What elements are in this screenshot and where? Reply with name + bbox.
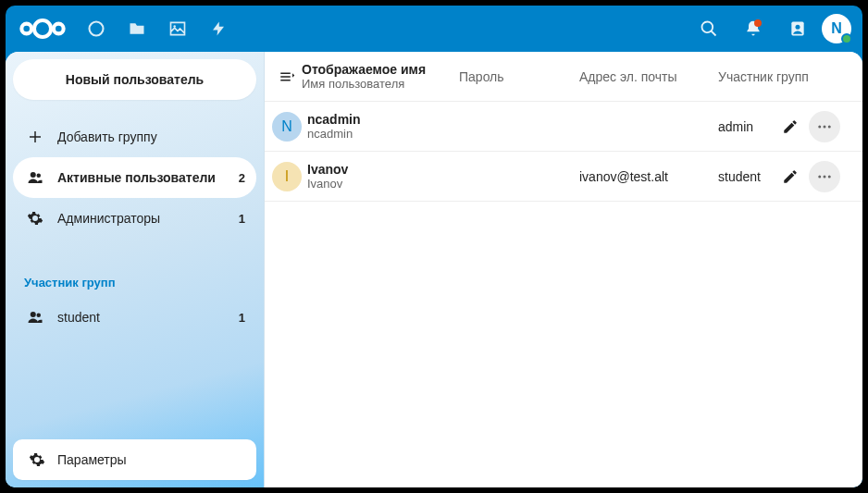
app-nav bbox=[76, 8, 239, 49]
col-head-username: Имя пользователя bbox=[302, 77, 459, 91]
notifications-icon[interactable] bbox=[733, 8, 774, 49]
gear-icon bbox=[24, 210, 46, 227]
more-button[interactable] bbox=[809, 111, 840, 142]
active-users-label: Активные пользователи bbox=[57, 170, 239, 185]
admins-label: Администраторы bbox=[57, 211, 239, 226]
sidebar-group-student[interactable]: student 1 bbox=[13, 297, 256, 338]
groups-heading: Участник групп bbox=[13, 265, 256, 297]
more-button[interactable] bbox=[809, 161, 840, 192]
main-panel: Отображаемое имя Имя пользователя Пароль… bbox=[265, 52, 862, 487]
svg-point-16 bbox=[818, 175, 821, 178]
table-row[interactable]: N ncadmin ncadmin admin bbox=[265, 102, 862, 152]
row-username: Ivanov bbox=[307, 177, 459, 191]
row-avatar: I bbox=[272, 162, 302, 191]
row-name-col: ncadmin ncadmin bbox=[302, 112, 459, 141]
new-user-button[interactable]: Новый пользователь bbox=[13, 59, 256, 100]
row-avatar-col: N bbox=[272, 112, 302, 142]
row-groups: student bbox=[718, 169, 766, 184]
row-displayname: ncadmin bbox=[307, 112, 459, 127]
svg-point-18 bbox=[828, 175, 831, 178]
avatar-initial: N bbox=[831, 20, 842, 37]
col-head-displayname: Отображаемое имя bbox=[302, 62, 459, 77]
settings-label: Параметры bbox=[57, 452, 127, 467]
top-header: N bbox=[6, 6, 862, 52]
svg-point-9 bbox=[31, 172, 36, 178]
toggle-column-icon[interactable] bbox=[272, 68, 302, 85]
edit-button[interactable] bbox=[777, 114, 803, 140]
users-icon bbox=[24, 169, 46, 186]
col-head-groups: Участник групп bbox=[718, 69, 820, 84]
settings-gear-icon bbox=[26, 451, 48, 468]
svg-point-8 bbox=[796, 25, 800, 30]
row-actions bbox=[766, 161, 840, 192]
plus-icon bbox=[24, 129, 46, 145]
row-username: ncadmin bbox=[307, 127, 459, 141]
svg-point-5 bbox=[702, 22, 713, 33]
header-right: N bbox=[688, 8, 851, 49]
add-group-button[interactable]: Добавить группу bbox=[13, 117, 256, 157]
activity-app-icon[interactable] bbox=[198, 8, 239, 49]
row-displayname: Ivanov bbox=[307, 162, 459, 177]
user-avatar[interactable]: N bbox=[822, 14, 851, 43]
row-email: ivanov@test.alt bbox=[579, 169, 718, 184]
svg-point-11 bbox=[31, 312, 36, 317]
active-users-count: 2 bbox=[239, 171, 245, 185]
col-head-name: Отображаемое имя Имя пользователя bbox=[302, 62, 459, 91]
table-header: Отображаемое имя Имя пользователя Пароль… bbox=[265, 52, 862, 102]
col-head-email: Адрес эл. почты bbox=[579, 69, 718, 84]
svg-point-14 bbox=[824, 125, 826, 128]
table-body: N ncadmin ncadmin admin I Ivanov Ivanov … bbox=[265, 102, 862, 202]
row-name-col: Ivanov Ivanov bbox=[302, 162, 459, 191]
row-avatar: N bbox=[272, 112, 302, 142]
svg-point-0 bbox=[34, 20, 51, 37]
svg-point-1 bbox=[21, 24, 31, 34]
sidebar-item-admins[interactable]: Администраторы 1 bbox=[13, 198, 256, 239]
dashboard-app-icon[interactable] bbox=[76, 8, 117, 49]
sidebar: Новый пользователь Добавить группу Актив… bbox=[6, 52, 265, 487]
settings-button[interactable]: Параметры bbox=[13, 439, 256, 480]
app-window: N Новый пользователь Добавить группу Акт… bbox=[6, 6, 862, 487]
row-actions bbox=[766, 111, 840, 142]
svg-point-2 bbox=[54, 24, 64, 34]
nextcloud-logo[interactable] bbox=[17, 16, 68, 42]
svg-point-3 bbox=[90, 22, 104, 36]
row-groups: admin bbox=[718, 119, 766, 134]
search-icon[interactable] bbox=[688, 8, 729, 49]
svg-point-4 bbox=[173, 25, 176, 28]
svg-line-6 bbox=[712, 31, 716, 36]
add-group-label: Добавить группу bbox=[57, 129, 245, 144]
files-app-icon[interactable] bbox=[117, 8, 157, 49]
group-student-count: 1 bbox=[239, 311, 245, 325]
svg-point-17 bbox=[824, 175, 826, 178]
group-student-label: student bbox=[57, 310, 239, 325]
group-icon bbox=[24, 309, 46, 326]
content-area: Новый пользователь Добавить группу Актив… bbox=[6, 52, 862, 487]
sidebar-item-active-users[interactable]: Активные пользователи 2 bbox=[13, 157, 256, 198]
row-avatar-col: I bbox=[272, 162, 302, 191]
notification-dot-icon bbox=[754, 19, 762, 27]
svg-point-15 bbox=[828, 125, 831, 128]
new-user-label: Новый пользователь bbox=[66, 72, 204, 87]
contacts-icon[interactable] bbox=[777, 8, 818, 49]
admins-count: 1 bbox=[239, 212, 245, 226]
svg-point-12 bbox=[37, 314, 42, 318]
table-row[interactable]: I Ivanov Ivanov ivanov@test.alt student bbox=[265, 152, 862, 202]
col-head-password: Пароль bbox=[459, 69, 579, 84]
photos-app-icon[interactable] bbox=[157, 8, 198, 49]
svg-point-10 bbox=[37, 174, 42, 179]
status-online-icon bbox=[841, 33, 852, 44]
edit-button[interactable] bbox=[777, 164, 803, 190]
svg-point-13 bbox=[818, 125, 821, 128]
